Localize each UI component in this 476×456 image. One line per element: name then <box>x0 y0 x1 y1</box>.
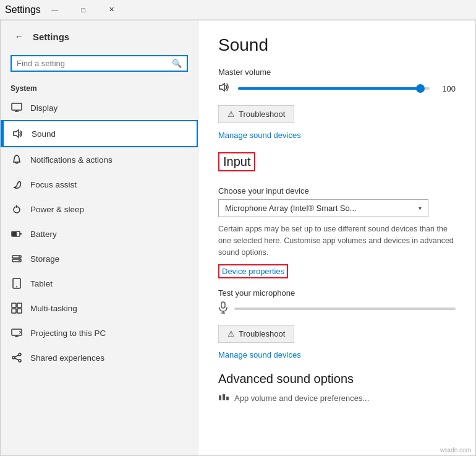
slider-track <box>238 87 430 90</box>
search-icon: 🔍 <box>172 59 182 68</box>
device-value: Microphone Array (Intel® Smart So... <box>225 204 357 213</box>
sound-icon <box>12 127 24 140</box>
svg-rect-16 <box>17 303 22 308</box>
info-text: Certain apps may be set up to use differ… <box>218 223 456 258</box>
sidebar-item-battery[interactable]: Battery <box>1 222 198 246</box>
svg-marker-3 <box>14 130 19 137</box>
power-label: Power & sleep <box>30 205 84 214</box>
volume-row: 100 <box>218 82 456 95</box>
sidebar-item-projecting[interactable]: Projecting to this PC <box>1 320 198 345</box>
slider-thumb <box>416 84 425 93</box>
chevron-down-icon: ▾ <box>419 205 422 212</box>
tablet-icon <box>11 277 23 290</box>
system-section-label: System <box>1 79 198 95</box>
back-button[interactable]: ← <box>11 28 28 45</box>
search-input[interactable] <box>17 59 168 68</box>
app-vol-label: App volume and device preferences... <box>234 394 369 403</box>
mic-test-row <box>218 301 456 316</box>
battery-icon <box>11 228 23 240</box>
warning-icon-2: ⚠ <box>227 329 235 338</box>
projecting-label: Projecting to this PC <box>30 329 106 338</box>
svg-rect-15 <box>12 303 16 308</box>
sidebar-item-storage[interactable]: Storage <box>1 246 198 271</box>
sidebar-item-shared[interactable]: Shared experiences <box>1 345 198 370</box>
close-button[interactable]: ✕ <box>98 0 126 20</box>
maximize-button[interactable]: □ <box>69 0 98 20</box>
app-window: ← Settings 🔍 System Display <box>0 20 476 456</box>
manage-sound-devices-link-1[interactable]: Manage sound devices <box>218 131 456 140</box>
svg-line-23 <box>19 332 21 333</box>
sidebar-item-display[interactable]: Display <box>1 95 198 120</box>
sidebar-item-multitasking[interactable]: Multi-tasking <box>1 296 198 320</box>
warning-icon-1: ⚠ <box>227 110 235 119</box>
display-icon <box>11 101 23 114</box>
sidebar-header: ← Settings <box>1 20 198 53</box>
svg-rect-35 <box>226 397 229 400</box>
title-bar: Settings — □ ✕ <box>0 0 476 20</box>
focus-assist-icon <box>11 178 23 191</box>
troubleshoot-button-2[interactable]: ⚠ Troubleshoot <box>218 325 294 343</box>
volume-value: 100 <box>437 84 456 93</box>
troubleshoot-label-1: Troubleshoot <box>239 110 285 119</box>
device-properties-link[interactable]: Device properties <box>218 264 288 278</box>
volume-icon <box>218 82 231 95</box>
page-title: Sound <box>218 35 456 55</box>
sidebar-item-notifications[interactable]: Notifications & actions <box>1 147 198 172</box>
svg-line-27 <box>15 355 19 357</box>
search-box: 🔍 <box>11 55 188 72</box>
microphone-icon <box>218 301 228 316</box>
mic-test-label: Test your microphone <box>218 288 456 298</box>
sidebar-item-power-sleep[interactable]: Power & sleep <box>1 197 198 222</box>
app-vol-icon <box>218 392 229 403</box>
shared-icon <box>11 351 23 364</box>
search-container: 🔍 <box>1 53 198 79</box>
input-device-dropdown[interactable]: Microphone Array (Intel® Smart So... ▾ <box>218 199 428 217</box>
power-icon <box>11 203 23 215</box>
svg-rect-19 <box>12 329 22 335</box>
svg-rect-33 <box>219 395 221 400</box>
projecting-icon <box>11 327 23 339</box>
notifications-icon <box>11 153 23 166</box>
title-bar-title: Settings <box>5 4 41 15</box>
troubleshoot-label-2: Troubleshoot <box>239 329 285 338</box>
title-bar-controls: — □ ✕ <box>41 0 126 20</box>
volume-slider[interactable] <box>238 82 430 95</box>
troubleshoot-button-1[interactable]: ⚠ Troubleshoot <box>218 105 294 123</box>
svg-rect-17 <box>12 309 16 313</box>
slider-fill <box>238 87 420 90</box>
tablet-label: Tablet <box>30 279 53 288</box>
svg-rect-8 <box>12 232 17 236</box>
app-title: Settings <box>33 32 69 42</box>
storage-icon <box>11 252 23 265</box>
notifications-label: Notifications & actions <box>30 155 113 165</box>
svg-rect-18 <box>17 309 22 313</box>
watermark: wsxdn.com <box>440 447 471 454</box>
multitasking-icon <box>11 302 23 314</box>
mic-level-track <box>234 308 456 310</box>
svg-rect-0 <box>12 103 22 110</box>
shared-label: Shared experiences <box>30 353 104 363</box>
device-label: Choose your input device <box>218 186 456 196</box>
sidebar-item-focus-assist[interactable]: Focus assist <box>1 172 198 197</box>
focus-assist-label: Focus assist <box>30 180 77 189</box>
svg-point-26 <box>19 359 21 362</box>
sidebar-item-tablet[interactable]: Tablet <box>1 271 198 296</box>
storage-label: Storage <box>30 254 59 264</box>
minimize-button[interactable]: — <box>41 0 69 20</box>
svg-rect-7 <box>20 233 22 234</box>
svg-marker-29 <box>219 84 224 91</box>
battery-label: Battery <box>30 230 57 239</box>
svg-point-12 <box>19 260 20 261</box>
svg-point-24 <box>19 353 21 356</box>
input-section-title: Input <box>218 152 255 171</box>
svg-line-28 <box>15 358 19 360</box>
svg-point-25 <box>12 356 15 359</box>
svg-point-11 <box>19 256 20 257</box>
sidebar-item-sound[interactable]: Sound <box>1 120 198 147</box>
svg-rect-34 <box>223 394 225 400</box>
multitasking-label: Multi-tasking <box>30 304 77 313</box>
manage-sound-devices-link-2[interactable]: Manage sound devices <box>218 350 456 359</box>
master-volume-label: Master volume <box>218 67 456 77</box>
svg-rect-30 <box>221 302 225 308</box>
app-vol-row: App volume and device preferences... <box>218 392 456 403</box>
